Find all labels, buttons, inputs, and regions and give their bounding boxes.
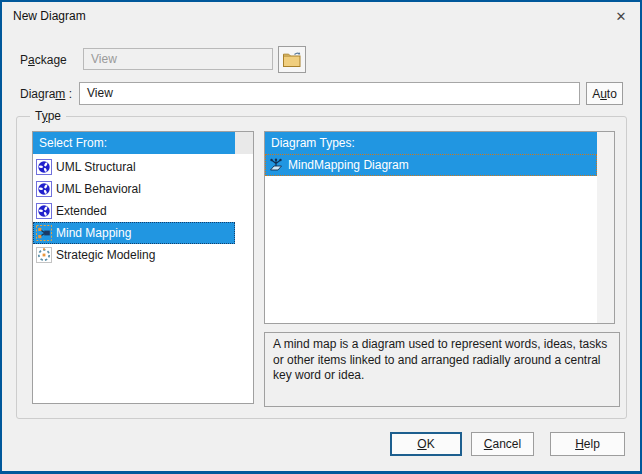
package-label: Package bbox=[20, 53, 67, 67]
list-item-label: Mind Mapping bbox=[56, 226, 131, 240]
list-item-label: MindMapping Diagram bbox=[288, 158, 409, 172]
type-group-label: Type bbox=[30, 109, 66, 123]
list-item-uml-structural[interactable]: UML Structural bbox=[33, 156, 235, 178]
list-item-mind-mapping[interactable]: Mind Mapping bbox=[33, 222, 235, 244]
auto-button[interactable]: Auto bbox=[586, 82, 623, 105]
diagram-name-field[interactable]: View bbox=[79, 82, 580, 105]
dialog-title: New Diagram bbox=[2, 9, 86, 23]
titlebar: New Diagram bbox=[2, 2, 640, 30]
diagram-description: A mind map is a diagram used to represen… bbox=[264, 332, 620, 407]
extended-icon bbox=[36, 203, 52, 219]
select-from-header: Select From: bbox=[33, 132, 235, 154]
select-from-header-row: Select From: bbox=[33, 132, 253, 154]
mindmapping-diagram-icon bbox=[268, 157, 284, 173]
folder-icon bbox=[282, 51, 303, 68]
cancel-button[interactable]: Cancel bbox=[471, 432, 534, 456]
list-item-extended[interactable]: Extended bbox=[33, 200, 235, 222]
list-item-label: Strategic Modeling bbox=[56, 248, 155, 262]
select-from-list: Select From: UML bbox=[32, 131, 254, 404]
uml-structural-icon bbox=[36, 159, 52, 175]
list-item-uml-behavioral[interactable]: UML Behavioral bbox=[33, 178, 235, 200]
list-item-strategic-modeling[interactable]: Strategic Modeling bbox=[33, 244, 235, 266]
select-from-items: UML Structural UML Behavior bbox=[33, 154, 253, 403]
help-button[interactable]: Help bbox=[550, 432, 625, 456]
package-field: View bbox=[83, 48, 273, 70]
browse-package-button[interactable] bbox=[278, 46, 306, 73]
list-item-label: UML Behavioral bbox=[56, 182, 141, 196]
diagram-label: Diagram : bbox=[20, 87, 72, 101]
diagram-types-header: Diagram Types: bbox=[265, 132, 597, 154]
new-diagram-dialog: New Diagram ✕ Package View Diagram : Vie… bbox=[0, 0, 642, 474]
select-from-scrollbar[interactable] bbox=[235, 132, 253, 154]
strategic-modeling-icon bbox=[36, 247, 52, 263]
mind-mapping-icon bbox=[36, 225, 52, 241]
diagram-types-scrollbar[interactable] bbox=[597, 132, 614, 323]
diagram-types-content: Diagram Types: MindMapping Diagram bbox=[265, 132, 597, 323]
list-item-label: UML Structural bbox=[56, 160, 136, 174]
ok-button[interactable]: OK bbox=[390, 432, 462, 456]
uml-behavioral-icon bbox=[36, 181, 52, 197]
close-icon[interactable]: ✕ bbox=[610, 6, 632, 26]
list-item-mindmapping-diagram[interactable]: MindMapping Diagram bbox=[265, 154, 597, 176]
diagram-types-list: Diagram Types: MindMapping Diagram bbox=[264, 131, 615, 324]
list-item-label: Extended bbox=[56, 204, 107, 218]
